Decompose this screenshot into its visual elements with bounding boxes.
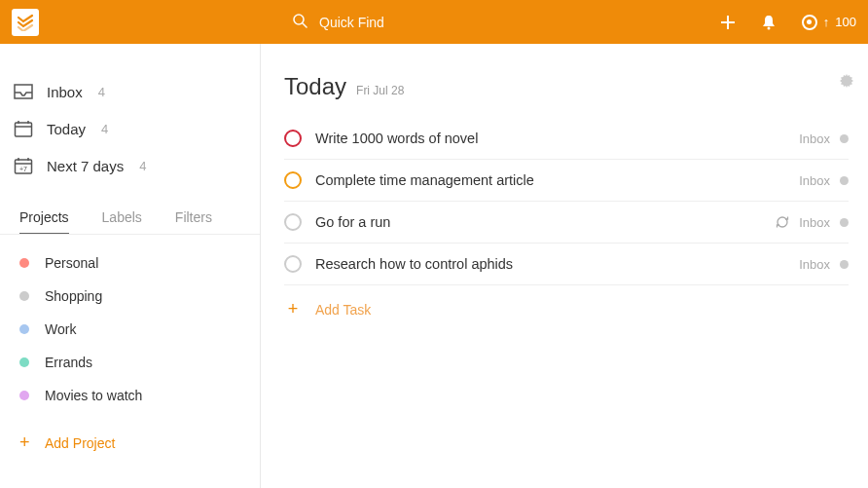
app-logo[interactable] [12, 9, 39, 36]
task-row[interactable]: Complete time management article Inbox [284, 160, 849, 202]
todoist-logo-icon [17, 14, 34, 31]
svg-line-1 [303, 23, 307, 27]
tab-labels[interactable]: Labels [102, 209, 142, 234]
svg-rect-5 [16, 123, 32, 136]
sidebar-item-count: 4 [101, 122, 108, 136]
task-project-dot [840, 134, 849, 143]
task-checkbox[interactable] [284, 171, 302, 189]
quick-add-button[interactable] [720, 15, 736, 30]
project-name: Work [45, 321, 76, 337]
project-color-dot [19, 391, 29, 400]
project-name: Shopping [45, 288, 102, 304]
calendar-week-icon: +7 [14, 156, 33, 175]
project-name: Errands [45, 355, 92, 370]
project-color-dot [19, 258, 29, 268]
view-options-button[interactable] [839, 73, 854, 92]
quick-find-placeholder: Quick Find [319, 15, 384, 30]
sidebar-item-label: Inbox [47, 84, 83, 100]
project-list: Personal Shopping Work Errands Movies to… [0, 235, 260, 424]
task-checkbox[interactable] [284, 213, 302, 231]
karma-up-arrow-icon: ↑ [823, 15, 830, 29]
inbox-icon [14, 82, 33, 101]
karma-indicator[interactable]: ↑ 100 [802, 15, 856, 30]
plus-icon: + [19, 432, 29, 453]
sidebar-tabs: Projects Labels Filters [0, 198, 260, 235]
sidebar-item-count: 4 [139, 159, 146, 173]
task-title: Go for a run [315, 214, 762, 230]
tab-filters[interactable]: Filters [175, 209, 212, 234]
add-project-label: Add Project [45, 435, 115, 451]
notifications-button[interactable] [761, 15, 777, 30]
project-color-dot [19, 291, 29, 301]
page-title: Today [284, 73, 346, 100]
task-project-dot [840, 176, 849, 185]
karma-icon [802, 15, 817, 30]
task-project-label: Inbox [799, 173, 830, 188]
search-icon [292, 13, 307, 31]
project-name: Personal [45, 255, 98, 271]
project-item[interactable]: Work [0, 313, 260, 346]
task-row[interactable]: Research how to control aphids Inbox [284, 244, 849, 285]
calendar-today-icon [14, 119, 33, 138]
task-title: Research how to control aphids [315, 256, 785, 272]
task-checkbox[interactable] [284, 255, 302, 273]
add-task-label: Add Task [315, 302, 371, 318]
sidebar-item-label: Today [47, 121, 86, 137]
task-title: Complete time management article [315, 172, 785, 188]
project-name: Movies to watch [45, 388, 142, 403]
project-item[interactable]: Errands [0, 346, 260, 379]
add-task-button[interactable]: + Add Task [284, 285, 849, 333]
recurring-icon [776, 215, 789, 229]
project-item[interactable]: Personal [0, 246, 260, 280]
task-row[interactable]: Go for a run Inbox [284, 202, 849, 244]
task-checkbox[interactable] [284, 130, 302, 147]
task-project-label: Inbox [799, 257, 830, 272]
main-content: Today Fri Jul 28 Write 1000 words of nov… [261, 44, 868, 488]
page-date: Fri Jul 28 [356, 84, 404, 97]
quick-find[interactable]: Quick Find [292, 13, 720, 31]
task-project-dot [840, 260, 849, 269]
add-project-button[interactable]: + Add Project [0, 424, 260, 462]
topbar: Quick Find ↑ 100 [0, 0, 868, 44]
plus-icon: + [284, 299, 302, 319]
tab-projects[interactable]: Projects [19, 209, 69, 234]
task-list: Write 1000 words of novel Inbox Complete… [284, 118, 849, 285]
project-color-dot [19, 324, 29, 334]
topbar-actions: ↑ 100 [720, 15, 856, 30]
task-row[interactable]: Write 1000 words of novel Inbox [284, 118, 849, 160]
sidebar-item-label: Next 7 days [47, 158, 124, 174]
karma-score: 100 [835, 15, 856, 29]
task-title: Write 1000 words of novel [315, 131, 785, 146]
sidebar-item-inbox[interactable]: Inbox 4 [0, 73, 260, 110]
project-color-dot [19, 357, 29, 367]
svg-point-4 [767, 26, 770, 29]
project-item[interactable]: Movies to watch [0, 379, 260, 412]
sidebar-item-today[interactable]: Today 4 [0, 110, 260, 147]
project-item[interactable]: Shopping [0, 280, 260, 313]
task-project-dot [840, 218, 849, 227]
task-project-label: Inbox [799, 131, 830, 146]
task-project-label: Inbox [799, 215, 830, 230]
sidebar-item-next7days[interactable]: +7 Next 7 days 4 [0, 147, 260, 184]
sidebar: Inbox 4 Today 4 +7 Next 7 days 4 Project… [0, 44, 261, 488]
sidebar-item-count: 4 [98, 85, 105, 99]
svg-text:+7: +7 [19, 166, 27, 172]
